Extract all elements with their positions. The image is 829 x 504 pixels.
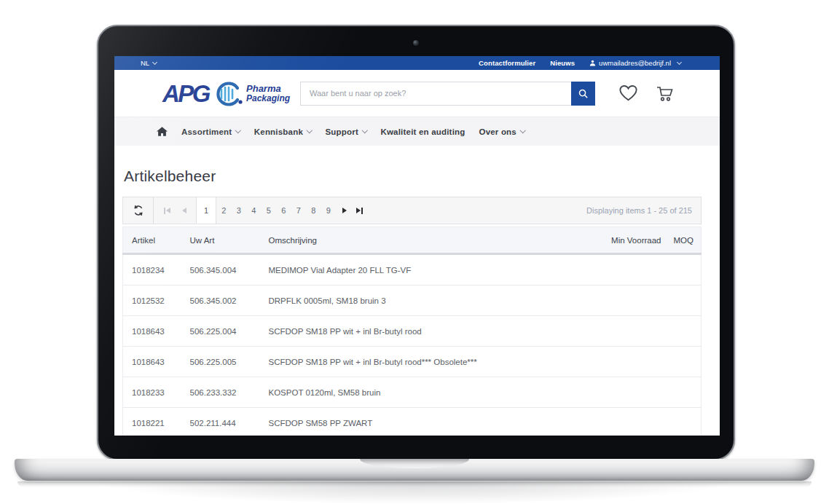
contactformulier-link[interactable]: Contactformulier [479, 59, 535, 67]
cell-uw-art: 506.345.002 [190, 286, 269, 316]
table-row: 1018233 506.233.332 KOSPOT 0120ml, SM58 … [123, 377, 702, 408]
nieuws-link[interactable]: Nieuws [550, 59, 575, 67]
magnifier-icon [578, 88, 589, 99]
cell-artikel: 1018221 [123, 408, 190, 436]
logo-line-pharma: Pharma [246, 84, 290, 94]
articles-table: Artikel Uw Art Omschrijving Min Voorraad… [122, 227, 702, 436]
cell-moq [661, 286, 702, 316]
nav-home[interactable] [157, 127, 168, 136]
nav-item-label: Kwaliteit en auditing [380, 127, 465, 136]
table-row: 1018643 506.225.005 SCFDOP SM18 PP wit +… [123, 347, 702, 377]
cell-omschrijving: SCFDOP SM58 PP ZWART [269, 408, 581, 436]
cart-button[interactable] [655, 84, 674, 102]
table-row: 1018643 506.225.004 SCFDOP SM18 PP wit +… [123, 316, 702, 347]
table-row: 1018221 502.211.444 SCFDOP SM58 PP ZWART [123, 408, 702, 436]
utility-topbar: NL Contactformulier Nieuws uwmailadres@b… [114, 56, 720, 70]
cell-moq [661, 316, 702, 347]
column-header-artikel: Artikel [123, 227, 190, 254]
page-number[interactable]: 2 [216, 197, 232, 224]
laptop-base [15, 459, 814, 481]
nav-item-label: Support [325, 127, 358, 136]
chevron-down-icon [362, 127, 368, 133]
cell-uw-art: 506.225.005 [190, 347, 269, 377]
webcam-icon [413, 40, 419, 46]
laptop-lid-notch [360, 459, 469, 468]
cell-moq [661, 408, 702, 436]
table-header-row: Artikel Uw Art Omschrijving Min Voorraad… [123, 227, 702, 254]
chevron-down-icon [235, 127, 241, 133]
previous-page-icon [182, 208, 186, 213]
cell-moq [661, 254, 702, 286]
nav-item-kwaliteit-en-auditing[interactable]: Kwaliteit en auditing [380, 127, 465, 136]
pagination-nav-group [154, 197, 196, 224]
shopping-cart-icon [655, 84, 674, 102]
chevron-down-icon [677, 60, 682, 65]
page-number[interactable]: 4 [246, 197, 262, 224]
language-label: NL [141, 59, 149, 67]
cell-omschrijving: DRPFLK 0005ml, SM18 bruin 3 [269, 286, 581, 316]
laptop-lid: NL Contactformulier Nieuws uwmailadres@b… [97, 25, 735, 460]
account-menu[interactable]: uwmailadres@bedrijf.nl [589, 59, 681, 67]
nav-item-kennisbank[interactable]: Kennisbank [254, 127, 312, 136]
page-number[interactable]: 5 [262, 197, 277, 224]
dna-swoosh-icon [211, 79, 243, 109]
cell-min-voorraad [581, 316, 661, 347]
chevron-down-icon [520, 127, 526, 133]
page-number[interactable]: 8 [306, 197, 321, 224]
language-selector[interactable]: NL [141, 59, 157, 67]
nav-item-label: Over ons [479, 127, 516, 136]
logo[interactable]: APG Pharma Packaging [162, 78, 290, 109]
site-header: APG Pharma Packaging [114, 70, 720, 117]
cell-min-voorraad [581, 408, 661, 436]
last-page-icon [356, 208, 361, 213]
cell-moq [661, 347, 702, 377]
cell-min-voorraad [581, 286, 661, 316]
page-number[interactable]: 3 [232, 197, 247, 224]
browser-viewport: NL Contactformulier Nieuws uwmailadres@b… [114, 56, 720, 436]
nav-item-over-ons[interactable]: Over ons [479, 127, 524, 136]
cell-artikel: 1018234 [123, 254, 190, 286]
column-header-uw-art: Uw Art [190, 227, 269, 254]
cell-omschrijving: KOSPOT 0120ml, SM58 bruin [269, 377, 581, 408]
laptop-reflection [15, 481, 814, 504]
logo-text-lines: Pharma Packaging [246, 84, 290, 103]
nav-item-label: Kennisbank [254, 127, 303, 136]
main-navigation: Assortiment Kennisbank Support Kwaliteit… [114, 117, 720, 146]
next-page-button[interactable] [342, 197, 347, 224]
search-bar [300, 82, 595, 106]
first-page-button[interactable] [164, 208, 170, 214]
refresh-button[interactable] [123, 197, 154, 224]
cell-uw-art: 502.211.444 [190, 408, 269, 436]
cell-artikel: 1018233 [123, 377, 190, 408]
topbar-links: Contactformulier Nieuws uwmailadres@bedr… [479, 59, 681, 67]
nav-item-support[interactable]: Support [325, 127, 366, 136]
cell-min-voorraad [581, 347, 661, 377]
page-number-current[interactable]: 1 [196, 197, 216, 224]
chevron-down-icon [152, 60, 157, 65]
home-icon [157, 127, 168, 136]
page-number[interactable]: 7 [291, 197, 307, 224]
page-number[interactable]: 6 [276, 197, 291, 224]
nav-item-assortiment[interactable]: Assortiment [181, 127, 240, 136]
cell-omschrijving: SCFDOP SM18 PP wit + inl Br-butyl rood**… [269, 347, 581, 377]
cell-uw-art: 506.225.004 [190, 316, 269, 347]
search-input[interactable] [300, 82, 571, 106]
cell-omschrijving: SCFDOP SM18 PP wit + inl Br-butyl rood [269, 316, 581, 347]
search-button[interactable] [571, 82, 595, 106]
table-row: 1012532 506.345.002 DRPFLK 0005ml, SM18 … [123, 286, 702, 316]
column-header-moq: MOQ [661, 227, 702, 254]
cell-min-voorraad [581, 377, 661, 408]
last-page-button[interactable] [356, 197, 363, 224]
first-page-icon [164, 208, 165, 214]
user-email: uwmailadres@bedrijf.nl [599, 59, 671, 67]
page-number[interactable]: 9 [321, 197, 337, 224]
pagination-status: Displaying items 1 - 25 of 215 [586, 206, 701, 215]
cell-artikel: 1018643 [123, 347, 190, 377]
pagination-bar: 1 2 3 4 5 6 7 8 9 Displaying items 1 - 2… [122, 197, 702, 224]
wishlist-button[interactable] [618, 84, 638, 102]
prev-page-button[interactable] [182, 208, 186, 213]
column-header-min-voorraad: Min Voorraad [581, 227, 661, 254]
cell-omschrijving: MEDIMOP Vial Adapter 20 FLL TG-VF [269, 254, 581, 286]
cell-min-voorraad [581, 254, 661, 286]
header-action-icons [618, 84, 674, 102]
